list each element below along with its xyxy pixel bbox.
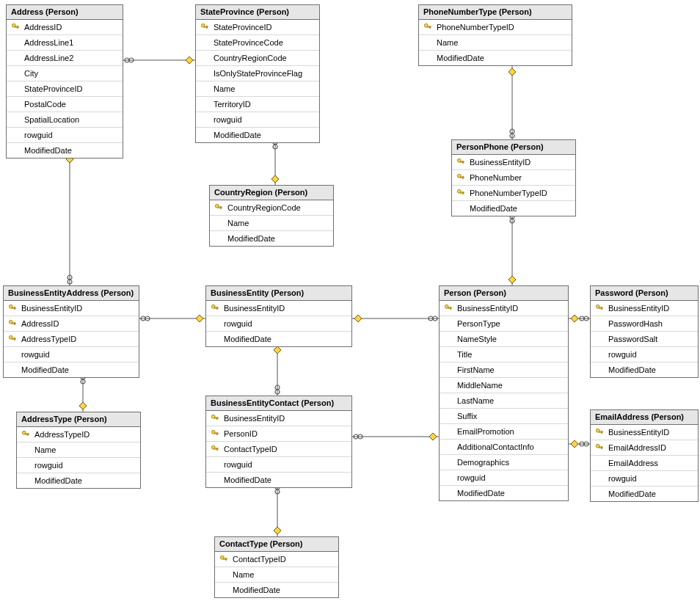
column-row[interactable]: ModifiedDate	[206, 473, 351, 487]
column-row[interactable]: BusinessEntityID	[440, 301, 568, 316]
column-row[interactable]: EmailAddress	[591, 456, 698, 471]
column-row[interactable]: StateProvinceCode	[196, 35, 319, 51]
column-row[interactable]: ModifiedDate	[215, 583, 338, 597]
table-emailaddress[interactable]: EmailAddress (Person)BusinessEntityIDEma…	[590, 409, 699, 502]
column-row[interactable]: BusinessEntityID	[206, 301, 351, 316]
column-row[interactable]: ModifiedDate	[440, 486, 568, 500]
column-row[interactable]: City	[7, 66, 123, 81]
rel-businessentityaddress-addresstype	[79, 374, 87, 412]
column-name: Demographics	[454, 458, 509, 467]
column-row[interactable]: rowguid	[206, 316, 351, 332]
column-row[interactable]: Suffix	[440, 409, 568, 424]
column-row[interactable]: Demographics	[440, 455, 568, 470]
table-title: PhoneNumberType (Person)	[419, 5, 572, 20]
rel-address-stateprovince	[123, 57, 195, 64]
column-row[interactable]: AddressLine1	[7, 35, 123, 51]
column-row[interactable]: AddressID	[4, 316, 139, 332]
table-password[interactable]: Password (Person)BusinessEntityIDPasswor…	[590, 285, 699, 378]
column-row[interactable]: PhoneNumber	[452, 170, 575, 186]
column-row[interactable]: PersonType	[440, 316, 568, 332]
column-row[interactable]: rowguid	[4, 347, 139, 363]
svg-rect-17	[18, 26, 18, 28]
column-row[interactable]: BusinessEntityID	[591, 301, 698, 316]
table-countryregion[interactable]: CountryRegion (Person)CountryRegionCodeN…	[209, 185, 334, 247]
column-row[interactable]: ModifiedDate	[591, 363, 698, 377]
table-businessentitycontact[interactable]: BusinessEntityContact (Person)BusinessEn…	[205, 396, 352, 488]
column-row[interactable]: AddressID	[7, 20, 123, 35]
column-row[interactable]: PersonID	[206, 426, 351, 442]
table-businessentityaddress[interactable]: BusinessEntityAddress (Person)BusinessEn…	[3, 285, 139, 378]
table-personphone[interactable]: PersonPhone (Person)BusinessEntityIDPhon…	[451, 139, 576, 216]
primary-key-icon	[456, 189, 465, 197]
column-row[interactable]: ModifiedDate	[210, 231, 333, 246]
column-row[interactable]: LastName	[440, 393, 568, 409]
column-row[interactable]: PostalCode	[7, 97, 123, 112]
column-row[interactable]: rowguid	[591, 471, 698, 487]
column-name: PersonID	[221, 429, 258, 438]
column-name: ModifiedDate	[605, 365, 656, 374]
column-row[interactable]: ModifiedDate	[206, 332, 351, 346]
column-row[interactable]: rowguid	[17, 458, 140, 473]
column-row[interactable]: ModifiedDate	[7, 143, 123, 158]
column-name: ModifiedDate	[32, 476, 82, 485]
column-row[interactable]: PhoneNumberTypeID	[419, 20, 572, 35]
column-row[interactable]: ModifiedDate	[4, 363, 139, 377]
column-row[interactable]: ModifiedDate	[419, 51, 572, 65]
column-row[interactable]: IsOnlyStateProvinceFlag	[196, 66, 319, 81]
column-row[interactable]: EmailPromotion	[440, 424, 568, 440]
svg-rect-53	[217, 418, 218, 419]
column-row[interactable]: rowguid	[7, 128, 123, 143]
column-row[interactable]: Title	[440, 347, 568, 363]
column-row[interactable]: AddressTypeID	[4, 332, 139, 347]
table-person[interactable]: Person (Person)BusinessEntityIDPersonTyp…	[439, 285, 569, 501]
column-row[interactable]: StateProvinceID	[7, 81, 123, 97]
column-row[interactable]: TerritoryID	[196, 97, 319, 112]
rel-address-businessentityaddress	[66, 153, 73, 285]
column-row[interactable]: PhoneNumberTypeID	[452, 186, 575, 201]
column-row[interactable]: Name	[17, 442, 140, 458]
column-row[interactable]: BusinessEntityID	[591, 425, 698, 440]
column-row[interactable]: EmailAddressID	[591, 440, 698, 456]
column-row[interactable]: AddressLine2	[7, 51, 123, 66]
column-row[interactable]: BusinessEntityID	[452, 155, 575, 170]
table-contacttype[interactable]: ContactType (Person)ContactTypeIDNameMod…	[214, 536, 339, 598]
primary-key-cell	[422, 23, 434, 32]
column-row[interactable]: ModifiedDate	[591, 487, 698, 501]
column-row[interactable]: BusinessEntityID	[4, 301, 139, 316]
column-row[interactable]: AdditionalContactInfo	[440, 440, 568, 455]
column-row[interactable]: CountryRegionCode	[210, 200, 333, 216]
column-row[interactable]: ContactTypeID	[215, 552, 338, 567]
column-row[interactable]: Name	[196, 81, 319, 97]
column-row[interactable]: Name	[210, 216, 333, 231]
column-row[interactable]: StateProvinceID	[196, 20, 319, 35]
primary-key-cell	[199, 23, 211, 32]
column-row[interactable]: Name	[419, 35, 572, 51]
column-row[interactable]: ModifiedDate	[196, 128, 319, 142]
column-row[interactable]: ModifiedDate	[452, 201, 575, 216]
column-name: Name	[434, 38, 458, 47]
table-phonenumbertype[interactable]: PhoneNumberType (Person)PhoneNumberTypeI…	[418, 4, 572, 66]
column-row[interactable]: ModifiedDate	[17, 473, 140, 488]
column-row[interactable]: Name	[215, 567, 338, 583]
table-addresstype[interactable]: AddressType (Person)AddressTypeIDNamerow…	[16, 412, 141, 489]
column-row[interactable]: FirstName	[440, 363, 568, 378]
column-row[interactable]: rowguid	[196, 112, 319, 128]
column-row[interactable]: SpatialLocation	[7, 112, 123, 128]
column-row[interactable]: rowguid	[440, 470, 568, 486]
svg-rect-23	[221, 207, 222, 208]
column-row[interactable]: rowguid	[591, 347, 698, 363]
column-row[interactable]: CountryRegionCode	[196, 51, 319, 66]
column-row[interactable]: NameStyle	[440, 332, 568, 347]
table-address[interactable]: Address (Person)AddressIDAddressLine1Add…	[6, 4, 123, 159]
column-row[interactable]: MiddleName	[440, 378, 568, 393]
column-name: Suffix	[454, 412, 477, 420]
column-row[interactable]: AddressTypeID	[17, 427, 140, 442]
table-stateprovince[interactable]: StateProvince (Person)StateProvinceIDSta…	[195, 4, 320, 143]
column-row[interactable]: ContactTypeID	[206, 442, 351, 457]
column-row[interactable]: BusinessEntityID	[206, 411, 351, 426]
column-row[interactable]: PasswordHash	[591, 316, 698, 332]
column-row[interactable]: rowguid	[206, 457, 351, 473]
column-row[interactable]: PasswordSalt	[591, 332, 698, 347]
svg-rect-29	[463, 161, 464, 163]
table-businessentity[interactable]: BusinessEntity (Person)BusinessEntityIDr…	[205, 285, 352, 347]
